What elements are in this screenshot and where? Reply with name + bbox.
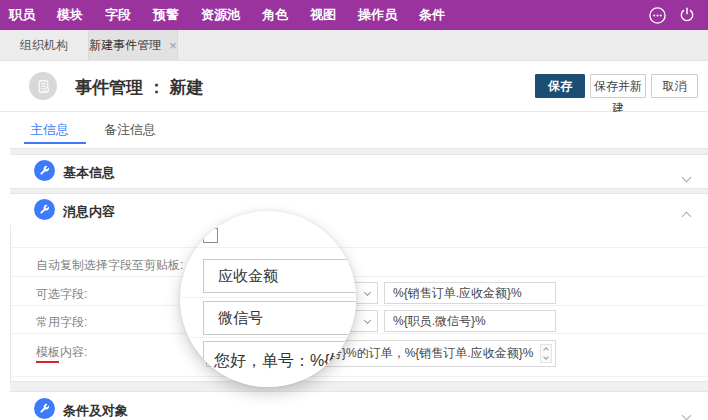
tab-main-info[interactable]: 主信息 <box>30 121 69 139</box>
menu-item-module[interactable]: 模块 <box>57 6 83 24</box>
magnified-optional-field-select: 应收金额 <box>203 259 356 293</box>
more-ellipsis-icon[interactable] <box>648 6 667 25</box>
label-optional-field: 可选字段: <box>36 286 87 303</box>
wrench-icon <box>34 160 55 181</box>
save-and-new-button[interactable]: 保存并新建 <box>590 74 646 98</box>
chevron-down-icon[interactable] <box>683 167 690 185</box>
menu-item-condition[interactable]: 条件 <box>419 6 445 24</box>
row-divider <box>11 333 708 334</box>
section-condition-objects-label: 条件及对象 <box>63 402 128 420</box>
required-red-underline <box>36 361 59 363</box>
active-tab-underline <box>24 142 86 144</box>
menu-item-operator[interactable]: 操作员 <box>358 6 397 24</box>
row-divider <box>11 247 708 248</box>
menu-item-resource-pool[interactable]: 资源池 <box>201 6 240 24</box>
power-icon[interactable] <box>678 6 696 24</box>
label-template-content: 模板内容: <box>36 344 87 361</box>
magnified-common-field-select: 微信号 <box>203 301 356 335</box>
page-title: 事件管理 ： 新建 <box>75 76 203 99</box>
view-tabs: 主信息 备注信息 <box>0 112 708 148</box>
menu-item-view[interactable]: 视图 <box>310 6 336 24</box>
page-header: 事件管理 ： 新建 保存 保存并新建 取消 <box>0 61 708 112</box>
wrench-icon <box>34 199 55 220</box>
doc-tab-new-event-label: 新建事件管理 <box>89 37 161 54</box>
optional-field-input[interactable]: %{销售订单.应收金额}% <box>384 282 556 304</box>
row-divider <box>11 305 708 306</box>
section-message-content-label: 消息内容 <box>63 203 115 221</box>
document-tabstrip: 组织机构 新建事件管理 × <box>0 30 708 61</box>
save-button[interactable]: 保存 <box>535 74 585 98</box>
doc-tab-organization-label: 组织机构 <box>20 37 68 54</box>
chevron-down-icon[interactable] <box>683 405 690 420</box>
row-divider <box>11 376 708 377</box>
menubar-icon-group <box>648 0 696 30</box>
doc-tab-organization[interactable]: 组织机构 <box>0 30 88 60</box>
row-divider <box>180 297 356 298</box>
menu-item-field[interactable]: 字段 <box>105 6 131 24</box>
row-divider <box>11 276 708 277</box>
top-menubar: 职员 模块 字段 预警 资源池 角色 视图 操作员 条件 <box>0 0 708 30</box>
close-icon[interactable]: × <box>169 39 177 52</box>
section-basic-info-label: 基本信息 <box>63 164 115 182</box>
menu-item-staff[interactable]: 职员 <box>9 6 35 24</box>
chevron-down-icon <box>364 289 371 296</box>
label-common-field: 常用字段: <box>36 314 87 331</box>
cancel-button[interactable]: 取消 <box>651 74 698 98</box>
section-message-content[interactable]: 消息内容 <box>10 194 708 225</box>
menu-item-role[interactable]: 角色 <box>262 6 288 24</box>
wrench-icon <box>34 398 55 419</box>
chevron-down-icon <box>543 354 549 360</box>
doc-tab-new-event[interactable]: 新建事件管理 × <box>88 30 178 60</box>
chevron-up-icon <box>543 347 549 353</box>
magnifier-zoom-bubble: 应收金额 微信号 您好，单号：%{销售 <box>180 211 356 387</box>
section-basic-info[interactable]: 基本信息 <box>10 155 708 188</box>
section-condition-objects[interactable]: 条件及对象 <box>10 392 708 420</box>
magnified-autocopy-checkbox <box>203 228 218 243</box>
common-field-input[interactable]: %{职员.微信号}% <box>384 310 556 332</box>
row-divider <box>180 247 356 248</box>
stepper-control[interactable] <box>540 344 552 363</box>
document-gear-icon <box>29 72 57 100</box>
label-autocopy-fields: 自动复制选择字段至剪贴板: <box>36 257 183 274</box>
menu-item-alert[interactable]: 预警 <box>153 6 179 24</box>
chevron-down-icon <box>364 317 371 324</box>
row-divider <box>180 337 356 338</box>
section-gap <box>10 381 708 392</box>
chevron-up-icon[interactable] <box>683 206 690 224</box>
section-gap <box>10 148 708 155</box>
tab-notes-info[interactable]: 备注信息 <box>104 121 156 139</box>
